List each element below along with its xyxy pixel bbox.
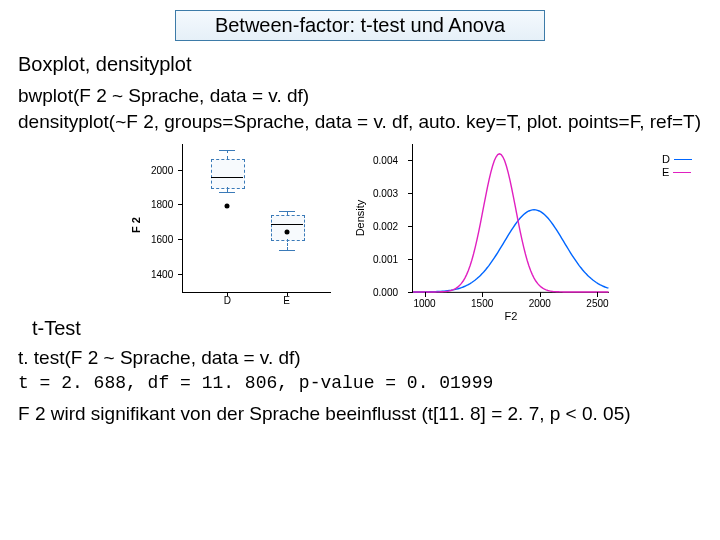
density-xlabel: F2 bbox=[505, 310, 518, 322]
legend-swatch-d bbox=[674, 159, 692, 160]
code-ttest: t. test(F 2 ~ Sprache, data = v. df) bbox=[18, 346, 702, 370]
density-chart: Density F2 0.0000.0010.0020.0030.0041000… bbox=[368, 138, 618, 313]
density-legend: D E bbox=[662, 153, 692, 179]
legend-label-d: D bbox=[662, 153, 670, 166]
legend-swatch-e bbox=[673, 172, 691, 173]
legend-label-e: E bbox=[662, 166, 669, 179]
code-densityplot: densityplot(~F 2, groups=Sprache, data =… bbox=[18, 110, 702, 134]
ttest-result: t = 2. 688, df = 11. 806, p-value = 0. 0… bbox=[18, 373, 702, 393]
density-ylabel: Density bbox=[354, 200, 366, 237]
code-bwplot: bwplot(F 2 ~ Sprache, data = v. df) bbox=[18, 84, 702, 108]
boxplot-chart: F 2 1400160018002000DE bbox=[148, 138, 338, 313]
conclusion-text: F 2 wird signifikant von der Sprache bee… bbox=[18, 403, 702, 425]
boxplot-ylabel: F 2 bbox=[130, 217, 142, 233]
section-ttest-label: t-Test bbox=[32, 317, 702, 340]
section-boxplot-label: Boxplot, densityplot bbox=[18, 53, 702, 76]
page-title: Between-factor: t-test und Anova bbox=[175, 10, 545, 41]
